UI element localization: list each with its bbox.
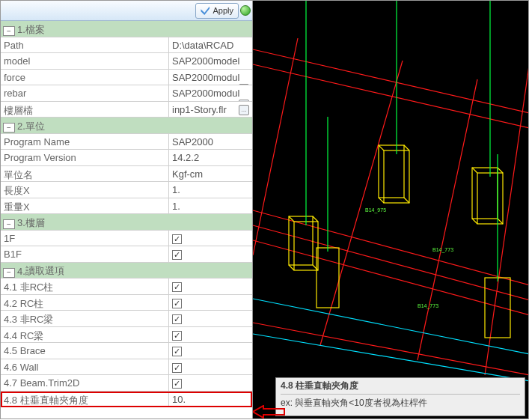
row-story-b1f[interactable]: B1F [1, 246, 252, 263]
row-story-file[interactable]: 樓層檔 inp1-Story.flr… [1, 102, 252, 118]
model-viewport[interactable]: B14_975 B14_773 B14_773 4.8 柱垂直軸夾角度 ex: … [253, 0, 529, 419]
svg-text:B14_975: B14_975 [365, 207, 386, 213]
property-panel: Apply − 1. 檔案 Path D:\data\RCAD model SA… [0, 0, 253, 419]
row-program-version[interactable]: Program Version 14.2.2 [1, 150, 252, 166]
row-model[interactable]: model SAP2000model [1, 53, 252, 70]
value[interactable]: 1. [169, 198, 252, 214]
svg-text:B14_773: B14_773 [418, 303, 438, 309]
panel-toolbar: Apply [1, 1, 252, 21]
label: 1F [1, 231, 169, 246]
section-header-file[interactable]: − 1. 檔案 [1, 21, 252, 37]
dropdown-icon[interactable]: ▾ [239, 100, 249, 101]
collapse-icon[interactable]: − [3, 268, 15, 278]
row-4-3[interactable]: 4.3 非RC梁 [1, 311, 252, 327]
value: SAP2000 [169, 134, 252, 150]
label: Program Name [1, 134, 169, 150]
label: 重量X [1, 198, 169, 214]
row-4-8-column-angle[interactable]: 4.8 柱垂直軸夾角度 10. [1, 392, 252, 408]
value[interactable]: D:\data\RCAD [169, 37, 252, 53]
row-4-6[interactable]: 4.6 Wall [1, 359, 252, 376]
label: 單位名 [1, 166, 169, 182]
label: rebar [1, 85, 169, 101]
section-title: 單位 [25, 120, 45, 133]
label: 4.1 非RC柱 [1, 279, 169, 294]
status-indicator-icon[interactable] [240, 5, 251, 16]
label: 樓層檔 [1, 102, 169, 118]
checkbox[interactable] [172, 347, 182, 356]
row-path[interactable]: Path D:\data\RCAD [1, 37, 252, 54]
dropdown-icon[interactable]: ▾ [239, 84, 249, 85]
apply-check-icon [201, 6, 210, 15]
row-story-1f[interactable]: 1F [1, 231, 252, 247]
checkbox[interactable] [172, 234, 182, 244]
structural-3d-wireframe: B14_975 B14_773 B14_773 [253, 1, 528, 419]
section-num: 4. [17, 266, 25, 277]
app-root: Apply − 1. 檔案 Path D:\data\RCAD model SA… [0, 0, 529, 420]
value: 14.2.2 [169, 150, 252, 165]
value[interactable]: SAP2000modul▾ [169, 85, 252, 101]
svg-rect-5 [472, 168, 498, 219]
row-program-name[interactable]: Program Name SAP2000 [1, 134, 252, 150]
help-body: ex: 與垂直軸夾角<10度者視為柱桿件 [281, 397, 520, 410]
checkbox[interactable] [172, 314, 182, 324]
checkbox[interactable] [172, 363, 182, 373]
checkbox[interactable] [172, 379, 182, 389]
collapse-icon[interactable]: − [3, 219, 15, 229]
label: Program Version [1, 150, 169, 165]
apply-button[interactable]: Apply [195, 3, 239, 19]
apply-label: Apply [212, 6, 233, 15]
label: 4.4 RC梁 [1, 327, 169, 343]
help-title: 4.8 柱垂直軸夾角度 [281, 380, 520, 395]
value[interactable]: 10. [169, 392, 252, 407]
row-force[interactable]: force SAP2000modul▾ [1, 70, 252, 86]
row-4-5[interactable]: 4.5 Brace [1, 343, 252, 359]
property-grid: − 1. 檔案 Path D:\data\RCAD model SAP2000m… [1, 21, 252, 419]
section-header-unit[interactable]: − 2. 單位 [1, 118, 252, 134]
svg-rect-6 [317, 248, 339, 308]
section-num: 3. [17, 217, 25, 228]
checkbox[interactable] [172, 282, 182, 292]
row-rebar[interactable]: rebar SAP2000modul▾ [1, 85, 252, 102]
row-4-4[interactable]: 4.4 RC梁 [1, 327, 252, 344]
row-length-x[interactable]: 長度X 1. [1, 182, 252, 198]
label: 長度X [1, 182, 169, 198]
row-unit-name[interactable]: 單位名 Kgf-cm [1, 166, 252, 183]
collapse-icon[interactable]: − [3, 123, 15, 133]
checkbox[interactable] [172, 250, 182, 260]
label: B1F [1, 246, 169, 262]
svg-rect-3 [379, 145, 404, 198]
value[interactable]: inp1-Story.flr… [169, 102, 252, 118]
browse-icon[interactable]: … [239, 105, 249, 115]
section-header-story[interactable]: − 3. 樓層 [1, 214, 252, 231]
row-weight-x[interactable]: 重量X 1. [1, 198, 252, 215]
label: 4.3 非RC梁 [1, 311, 169, 326]
section-title: 讀取選項 [25, 264, 64, 278]
label: 4.7 Beam.Trim2D [1, 375, 169, 391]
label: Path [1, 37, 169, 53]
section-num: 1. [17, 24, 25, 35]
collapse-icon[interactable]: − [3, 26, 15, 36]
label: 4.6 Wall [1, 359, 169, 375]
label: 4.8 柱垂直軸夾角度 [1, 392, 169, 407]
checkbox[interactable] [172, 331, 182, 341]
label: model [1, 53, 169, 69]
value: Kgf-cm [169, 166, 252, 182]
label: force [1, 70, 169, 85]
label: 4.2 RC柱 [1, 295, 169, 311]
section-title: 樓層 [25, 216, 45, 230]
section-title: 檔案 [25, 23, 45, 37]
value[interactable]: SAP2000model [169, 53, 252, 69]
row-4-2[interactable]: 4.2 RC柱 [1, 295, 252, 311]
row-4-7[interactable]: 4.7 Beam.Trim2D [1, 375, 252, 392]
property-help-panel: 4.8 柱垂直軸夾角度 ex: 與垂直軸夾角<10度者視為柱桿件 [275, 377, 525, 416]
row-4-1[interactable]: 4.1 非RC柱 [1, 279, 252, 295]
svg-rect-2 [384, 150, 409, 203]
value[interactable]: 1. [169, 182, 252, 198]
checkbox[interactable] [172, 299, 182, 308]
svg-text:B14_773: B14_773 [432, 247, 453, 253]
value[interactable]: SAP2000modul▾ [169, 70, 252, 85]
svg-rect-0 [294, 222, 318, 270]
svg-line-13 [253, 299, 528, 354]
section-num: 2. [17, 121, 25, 132]
section-header-read-options[interactable]: − 4. 讀取選項 [1, 263, 252, 279]
